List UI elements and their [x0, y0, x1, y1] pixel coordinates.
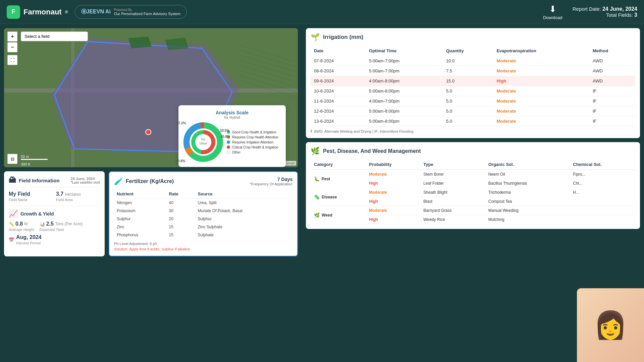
irr-date: 11-6-2024 — [311, 96, 366, 106]
irrigation-note-text: AWD: Alternate Wetting and Drying | IF: … — [314, 129, 413, 133]
irr-optimal: 5:00am-7:00pm — [366, 66, 443, 76]
harvest-period-stat: 📅 Aug, 2024 Harvest Period — [9, 234, 100, 245]
pest-probability: Moderate — [366, 206, 420, 215]
pct-45-label: 45.8% — [221, 135, 230, 138]
fert-source: Urea, Split — [195, 199, 292, 207]
irr-evap: Moderate — [493, 86, 589, 96]
main-content: 50 m 300 ft + − ⛶ Select a field ⊟ — [0, 24, 644, 362]
fert-solution-label: Solution: — [114, 247, 128, 251]
growth-icon: 📈 — [9, 209, 18, 218]
irr-header-row: Date Optimal Time Quantity Evapotranspir… — [311, 46, 635, 56]
irr-evap: Moderate — [493, 56, 589, 66]
pest-category: 🌿Weed — [311, 206, 366, 224]
irr-quantity: 5.0 — [443, 86, 493, 96]
analysis-scale-popup: Analysis Scale for Hybrid — [178, 105, 286, 167]
legend-dot-other — [227, 150, 230, 154]
fert-ph-note-text: Ph Level Adjustment: 6 ph — [114, 242, 157, 246]
pest-organic: Mulching — [485, 215, 570, 224]
frequency-value: 7 Days — [250, 177, 292, 182]
pest-chemical — [570, 206, 635, 215]
pest-probability: High — [366, 197, 420, 206]
field-area-label: Field Area — [56, 198, 100, 202]
legend-item-requires-irr: Requires Irrigation Attention — [227, 140, 278, 144]
avg-height-label: Average Height — [9, 228, 34, 232]
irr-quantity: 15.0 — [443, 76, 493, 86]
pest-col-probability: Probability — [366, 160, 420, 170]
fert-rate: 15 — [166, 223, 195, 231]
report-date-value: 24 June, 2024 — [602, 6, 637, 12]
field-last-satellite: *Last satellite visit — [71, 181, 100, 184]
pest-type: Blast — [420, 197, 485, 206]
powered-by-label: Powered By — [114, 8, 180, 12]
pest-probability: Moderate — [366, 188, 420, 197]
field-info-icon: 🏔 — [9, 176, 16, 185]
expand-button[interactable]: ⛶ — [7, 55, 17, 65]
irr-date: 09-6-2024 — [311, 76, 366, 86]
report-date-label: Report Date: — [573, 6, 601, 12]
left-panel: 50 m 300 ft + − ⛶ Select a field ⊟ — [0, 24, 302, 362]
field-name-label: Field Name — [9, 198, 53, 202]
expected-yield-value: 2.5 — [46, 221, 54, 227]
fertilizer-table: Nutrient Rate Source Nitrogen 40 Urea, S… — [114, 189, 292, 239]
download-button[interactable]: ⬇ Download — [543, 4, 562, 20]
cat-label: Disease — [322, 195, 337, 199]
powered-desc: Our Personalized Farm Advisory System — [114, 12, 180, 16]
header-left: F Farmonaut® ⓔJEEVN Ai Powered By Our Pe… — [7, 5, 187, 19]
zoom-out-button[interactable]: − — [7, 42, 17, 52]
pest-probability: Moderate — [366, 170, 420, 179]
fert-ph-note: Ph Level Adjustment: 6 ph — [114, 242, 292, 246]
pct-10-label: 10.5% — [220, 129, 229, 132]
total-fields: Total Fields: 3 — [573, 12, 637, 18]
irrigation-title: Irrigation (mm) — [323, 34, 363, 41]
fert-row: Nitrogen 40 Urea, Split — [114, 199, 292, 207]
pest-organic: Compost Tea — [485, 197, 570, 206]
field-hectares-unit: Hectares — [65, 192, 81, 197]
map-container[interactable]: 50 m 300 ft + − ⛶ Select a field ⊟ — [4, 28, 298, 167]
pest-col-type: Type — [420, 160, 485, 170]
jeevn-logo: ⓔJEEVN Ai — [81, 8, 111, 15]
irr-row: 12-6-2024 5:00am-8:00pm 5.0 Moderate IF — [311, 106, 635, 116]
map-controls: + − ⛶ — [7, 32, 17, 65]
layer-button[interactable]: ⊟ — [7, 154, 17, 164]
irr-method: IF — [589, 116, 635, 126]
field-hectares-value: 3.7 — [56, 191, 63, 197]
field-info-title: Field Information — [19, 178, 60, 183]
pest-type: Barnyard Grass — [420, 206, 485, 215]
irr-row: 13-6-2024 5:00am-8:00pm 5.0 Moderate IF — [311, 116, 635, 126]
irr-row: 10-6-2024 5:00am-8:00pm 5.0 Moderate IF — [311, 86, 635, 96]
avg-height-stat: 📏 0.8 M Average Height — [9, 221, 34, 232]
pest-table: Category Probability Type Organic Sol. C… — [311, 160, 635, 224]
fertilizer-title-text: Fertilizer (Kg/Acre) — [126, 178, 174, 184]
logo-icon: F — [7, 5, 20, 19]
irr-quantity: 5.0 — [443, 116, 493, 126]
irrigation-header: 🌱 Irrigation (mm) — [311, 33, 635, 42]
fertilizer-title: 🧪 Fertilizer (Kg/Acre) — [114, 177, 174, 186]
logo: F Farmonaut® — [7, 5, 68, 19]
pest-organic: Manual Weeding — [485, 206, 570, 215]
svg-rect-16 — [21, 159, 48, 160]
irr-optimal: 5:00am-8:00pm — [366, 116, 443, 126]
col-nutrient: Nutrient — [114, 189, 166, 199]
pest-type: Weedy Rice — [420, 215, 485, 224]
svg-text:50 m: 50 m — [21, 155, 29, 159]
pest-header-row: Category Probability Type Organic Sol. C… — [311, 160, 635, 170]
irr-row: 11-6-2024 4:00am-7:00pm 5.0 Moderate IF — [311, 96, 635, 106]
zoom-in-button[interactable]: + — [7, 32, 17, 42]
legend-dot-requires-irr — [227, 140, 230, 144]
irr-method: IF — [589, 96, 635, 106]
cat-icon: 🌿 — [314, 213, 320, 218]
pest-chemical: H... — [570, 188, 635, 197]
irr-col-quantity: Quantity — [443, 46, 493, 56]
irr-quantity: 5.0 — [443, 96, 493, 106]
irr-quantity: 10.0 — [443, 56, 493, 66]
fert-source: Zinc Sulphate — [195, 223, 292, 231]
irr-quantity: 7.5 — [443, 66, 493, 76]
pest-category: 🦠Disease — [311, 188, 366, 206]
svg-point-15 — [146, 129, 151, 135]
irr-optimal: 5:00am-8:00pm — [366, 106, 443, 116]
pest-probability: High — [366, 179, 420, 188]
field-selector[interactable]: Select a field — [21, 32, 88, 41]
irr-col-evap: Evapotranspiration — [493, 46, 589, 56]
field-select-dropdown[interactable]: Select a field — [21, 32, 88, 41]
field-info-panel: 🏔 Field Information 24 June, 2024 *Last … — [4, 171, 105, 256]
